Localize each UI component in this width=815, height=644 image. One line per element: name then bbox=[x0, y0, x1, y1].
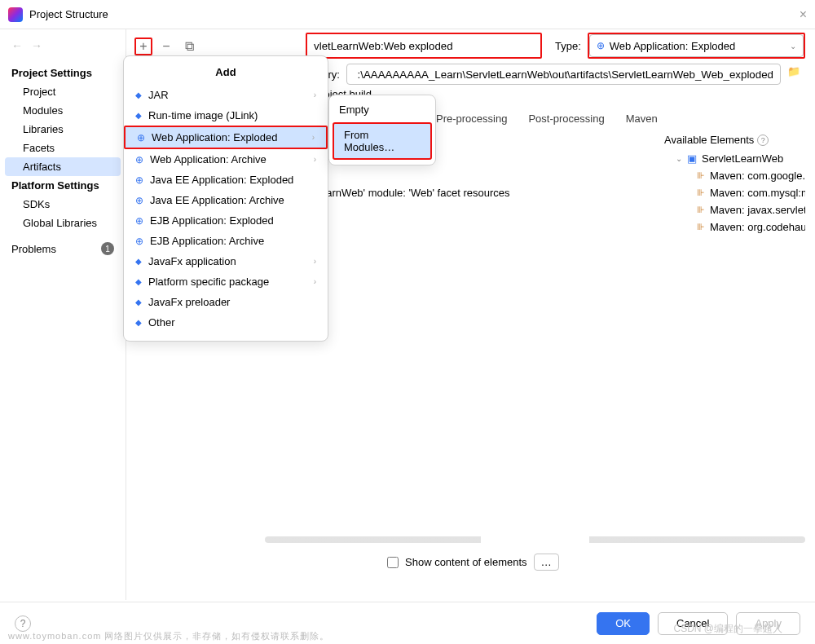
web-icon: ⊕ bbox=[135, 215, 143, 227]
ok-button[interactable]: OK bbox=[597, 612, 650, 635]
chevron-right-icon: › bbox=[314, 155, 316, 164]
artifact-icon: ◆ bbox=[135, 277, 142, 286]
submenu-from-modules[interactable]: From Modules… bbox=[333, 122, 432, 160]
watermark: www.toymoban.com 网络图片仅供展示，非存储，如有侵权请联系删除。 bbox=[8, 630, 329, 642]
add-opt-jee-archive[interactable]: ⊕Java EE Application: Archive bbox=[124, 190, 328, 210]
show-content-label: Show content of elements bbox=[405, 556, 527, 568]
problems-count-badge: 1 bbox=[101, 242, 114, 255]
section-platform-settings: Platform Settings bbox=[0, 176, 126, 195]
add-opt-jar[interactable]: ◆JAR› bbox=[124, 85, 328, 105]
add-opt-jee-exploded[interactable]: ⊕Java EE Application: Exploded bbox=[124, 170, 328, 190]
add-opt-javafx-preloader[interactable]: ◆JavaFx preloader bbox=[124, 292, 328, 312]
tab-maven[interactable]: Maven bbox=[626, 108, 658, 130]
tab-preprocessing[interactable]: Pre-processing bbox=[436, 108, 507, 130]
help-icon[interactable]: ? bbox=[757, 135, 769, 146]
nav-forward-icon[interactable]: → bbox=[31, 39, 42, 52]
type-select[interactable]: ⊕ Web Application: Exploded ⌄ bbox=[589, 34, 804, 57]
tabs: Pre-processing Post-processing Maven bbox=[436, 108, 658, 130]
sidebar-item-libraries[interactable]: Libraries bbox=[0, 120, 126, 139]
submenu-empty[interactable]: Empty bbox=[329, 99, 435, 121]
library-icon: ⊪ bbox=[697, 170, 705, 181]
web-icon: ⊕ bbox=[135, 236, 143, 247]
add-opt-ejb-archive[interactable]: ⊕EJB Application: Archive bbox=[124, 231, 328, 251]
titlebar: Project Structure × bbox=[0, 0, 815, 29]
chevron-right-icon: › bbox=[314, 257, 316, 266]
sidebar-item-modules[interactable]: Modules bbox=[0, 101, 126, 120]
scrollbar[interactable] bbox=[265, 536, 805, 543]
sidebar-item-problems[interactable]: Problems 1 bbox=[0, 232, 126, 265]
tree-facet: etLearnWeb' module: 'Web' facet resource… bbox=[306, 184, 599, 201]
library-icon: ⊪ bbox=[697, 187, 705, 198]
add-opt-web-exploded[interactable]: ⊕Web Application: Exploded› bbox=[124, 126, 328, 149]
output-dir-input[interactable] bbox=[346, 64, 781, 85]
artifact-name-input[interactable] bbox=[307, 34, 540, 57]
folder-icon[interactable]: 📁 bbox=[787, 65, 805, 83]
sidebar-item-sdks[interactable]: SDKs bbox=[0, 195, 126, 214]
chevron-down-icon[interactable]: ⌄ bbox=[676, 154, 682, 163]
module-node: ⌄▣ServletLearnWeb bbox=[664, 150, 805, 167]
add-button[interactable]: + bbox=[134, 37, 152, 55]
watermark-csdn: CSDN @编程的一拳超人 bbox=[673, 622, 782, 636]
sidebar-item-artifacts[interactable]: Artifacts bbox=[5, 157, 121, 176]
chevron-right-icon: › bbox=[314, 90, 316, 99]
chevron-right-icon: › bbox=[312, 133, 315, 142]
web-icon: ⊕ bbox=[135, 174, 143, 186]
type-label: Type: bbox=[555, 40, 581, 52]
nav-back-icon[interactable]: ← bbox=[11, 39, 23, 52]
tree-inf: INF bbox=[306, 167, 599, 184]
copy-button[interactable]: ⧉ bbox=[180, 37, 198, 55]
add-popup: Add ◆JAR› ◆Run-time image (JLink) ⊕Web A… bbox=[123, 55, 328, 342]
add-opt-platform[interactable]: ◆Platform specific package› bbox=[124, 271, 328, 292]
close-icon[interactable]: × bbox=[800, 7, 807, 22]
add-submenu: Empty From Modules… bbox=[328, 95, 436, 165]
show-content-row: Show content of elements … bbox=[387, 554, 559, 571]
artifact-icon: ◆ bbox=[135, 111, 142, 120]
chevron-down-icon: ⌄ bbox=[790, 42, 796, 51]
sidebar-item-project[interactable]: Project bbox=[0, 82, 126, 101]
sidebar: ← → Project Settings Project Modules Lib… bbox=[0, 29, 126, 600]
lib-node: ⊪Maven: org.codehaus.plexus:plexus-utils… bbox=[664, 218, 805, 236]
add-opt-jlink[interactable]: ◆Run-time image (JLink) bbox=[124, 105, 328, 126]
window-title: Project Structure bbox=[29, 8, 108, 20]
module-icon: ▣ bbox=[687, 152, 697, 165]
help-button[interactable]: ? bbox=[15, 615, 31, 632]
sidebar-item-global-libraries[interactable]: Global Libraries bbox=[0, 214, 126, 232]
add-opt-javafx[interactable]: ◆JavaFx application› bbox=[124, 251, 328, 271]
lib-node: ⊪Maven: com.google.protobuf:protobuf-jav… bbox=[664, 167, 805, 184]
chevron-right-icon: › bbox=[314, 277, 316, 286]
artifact-icon: ◆ bbox=[135, 257, 142, 266]
sidebar-item-facets[interactable]: Facets bbox=[0, 139, 126, 157]
main-panel: + − ⧉ Add ◆JAR› ◆Run-time image (JLink) … bbox=[126, 29, 815, 600]
add-popup-title: Add bbox=[124, 61, 328, 85]
remove-button[interactable]: − bbox=[157, 37, 175, 55]
available-elements-label: Available Elements ? bbox=[664, 134, 769, 146]
show-content-more-button[interactable]: … bbox=[534, 554, 559, 571]
artifact-icon: ◆ bbox=[135, 90, 142, 99]
library-icon: ⊪ bbox=[697, 205, 705, 215]
add-opt-ejb-exploded[interactable]: ⊕EJB Application: Exploded bbox=[124, 210, 328, 231]
app-icon bbox=[8, 7, 23, 22]
type-value: Web Application: Exploded bbox=[610, 40, 735, 52]
available-elements-tree[interactable]: ⌄▣ServletLearnWeb ⊪Maven: com.google.pro… bbox=[664, 150, 805, 236]
web-icon: ⊕ bbox=[137, 132, 145, 143]
add-opt-other[interactable]: ◆Other bbox=[124, 312, 328, 333]
section-project-settings: Project Settings bbox=[0, 64, 126, 82]
lib-node: ⊪Maven: javax.servlet:servlet-api:2.5 (P… bbox=[664, 201, 805, 218]
library-icon: ⊪ bbox=[697, 222, 705, 232]
artifact-icon: ◆ bbox=[135, 298, 142, 307]
show-content-checkbox[interactable] bbox=[387, 557, 399, 568]
web-icon: ⊕ bbox=[597, 40, 605, 51]
web-icon: ⊕ bbox=[135, 154, 143, 165]
artifact-icon: ◆ bbox=[135, 318, 142, 327]
web-icon: ⊕ bbox=[135, 195, 143, 206]
add-opt-web-archive[interactable]: ⊕Web Application: Archive› bbox=[124, 149, 328, 170]
tab-postprocessing[interactable]: Post-processing bbox=[528, 108, 604, 130]
lib-node: ⊪Maven: com.mysql:mysql-connector-j:8.0.… bbox=[664, 184, 805, 201]
problems-label: Problems bbox=[11, 243, 56, 255]
